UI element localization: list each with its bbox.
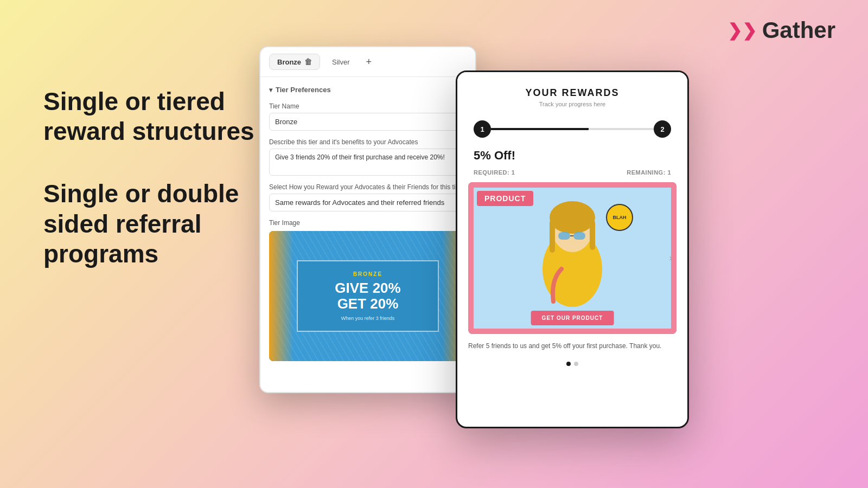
svg-rect-5 [558, 232, 570, 240]
tier-preferences-label: Tier Preferences [276, 86, 331, 94]
progress-line-fill [491, 128, 589, 130]
tier-name-input[interactable]: Bronze [269, 113, 467, 131]
logo-area: ❯❯ Gather [727, 17, 835, 43]
tier-reward-select[interactable]: Same rewards for Advocates and their ref… [269, 194, 467, 211]
pink-frame-bottom [468, 329, 676, 334]
tier-description-group: Describe this tier and it's benefits to … [269, 138, 467, 176]
svg-point-2 [550, 201, 595, 234]
headline-line1: Single or tiered [43, 87, 225, 115]
tier-name-label: Tier Name [269, 102, 467, 110]
tier-image-box: BRONZE GIVE 20%GET 20% When you refer 3 … [269, 231, 467, 361]
discount-badge: 5% Off! [457, 146, 687, 167]
pink-frame-left [468, 182, 474, 334]
progress-dot-1: 1 [474, 120, 491, 138]
tab-bronze[interactable]: Bronze 🗑 [269, 54, 320, 70]
tier-description-label: Describe this tier and it's benefits to … [269, 138, 467, 146]
svg-rect-4 [590, 220, 595, 250]
tab-bronze-label: Bronze [277, 58, 301, 66]
headline-line2: reward structures [43, 117, 254, 145]
product-label: PRODUCT [477, 191, 533, 206]
required-remaining: REQUIRED: 1 REMAINING: 1 [457, 167, 687, 182]
tier-subtitle: When you refer 3 friends [304, 316, 431, 321]
get-product-button[interactable]: GET OUR PRODUCT [531, 311, 614, 325]
admin-tabs: Bronze 🗑 Silver + [260, 47, 475, 77]
progress-line [491, 128, 654, 130]
rewards-title: YOUR REWARDS [468, 87, 676, 99]
headline-line5: programs [43, 240, 158, 268]
tier-banner: BRONZE GIVE 20%GET 20% When you refer 3 … [269, 231, 467, 361]
tier-inner-label: BRONZE [304, 271, 431, 277]
tier-reward-group: Select How you Reward your Advocates & t… [269, 183, 467, 211]
rewards-subtitle: Track your progress here [468, 101, 676, 107]
headline-line4: sided referral [43, 210, 201, 238]
tier-reward-label: Select How you Reward your Advocates & t… [269, 183, 467, 191]
logo-icon: ❯❯ [727, 20, 757, 41]
rewards-panel-device: YOUR REWARDS Track your progress here 1 … [456, 70, 689, 428]
tier-preferences-section[interactable]: ▾ Tier Preferences [269, 86, 467, 94]
discount-text: 5% Off! [474, 149, 515, 162]
svg-rect-6 [573, 232, 585, 240]
remaining-label: REMAINING: 1 [627, 169, 671, 176]
tab-silver[interactable]: Silver [324, 55, 358, 69]
left-text-area: Single or tiered reward structures Singl… [43, 87, 254, 269]
progress-bar: 1 2 [457, 116, 687, 146]
pink-frame-right [671, 182, 676, 334]
tier-inner-box: BRONZE GIVE 20%GET 20% When you refer 3 … [297, 260, 439, 332]
tab-delete-icon[interactable]: 🗑 [304, 57, 312, 66]
pink-frame-top [468, 182, 676, 188]
progress-dot-2: 2 [654, 120, 671, 138]
tab-silver-label: Silver [332, 58, 350, 66]
tier-give-text: GIVE 20%GET 20% [304, 280, 431, 311]
required-label: REQUIRED: 1 [474, 169, 515, 176]
rewards-header: YOUR REWARDS Track your progress here [457, 72, 687, 116]
carousel-dot-1[interactable] [566, 362, 571, 366]
headline-line3: Single or double [43, 179, 239, 208]
chevron-down-icon: ▾ [269, 86, 272, 94]
carousel-dots [457, 356, 687, 375]
product-image-area: PRODUCT BLAH GET OUR PRODUCT › [468, 182, 676, 334]
svg-rect-3 [550, 220, 555, 253]
carousel-dot-2[interactable] [574, 362, 578, 366]
tier-description-input[interactable]: Give 3 friends 20% of their first purcha… [269, 149, 467, 176]
tier-name-group: Tier Name Bronze [269, 102, 467, 131]
blah-bubble: BLAH [606, 204, 633, 231]
tab-add-button[interactable]: + [362, 54, 376, 70]
tier-image-label: Tier Image [269, 219, 467, 227]
rewards-description: Refer 5 friends to us and get 5% off you… [457, 334, 687, 356]
logo-text: Gather [762, 17, 835, 43]
squiggle-left-decoration [269, 231, 293, 361]
admin-panel-device: Bronze 🗑 Silver + ▾ Tier Preferences Tie… [259, 46, 476, 393]
